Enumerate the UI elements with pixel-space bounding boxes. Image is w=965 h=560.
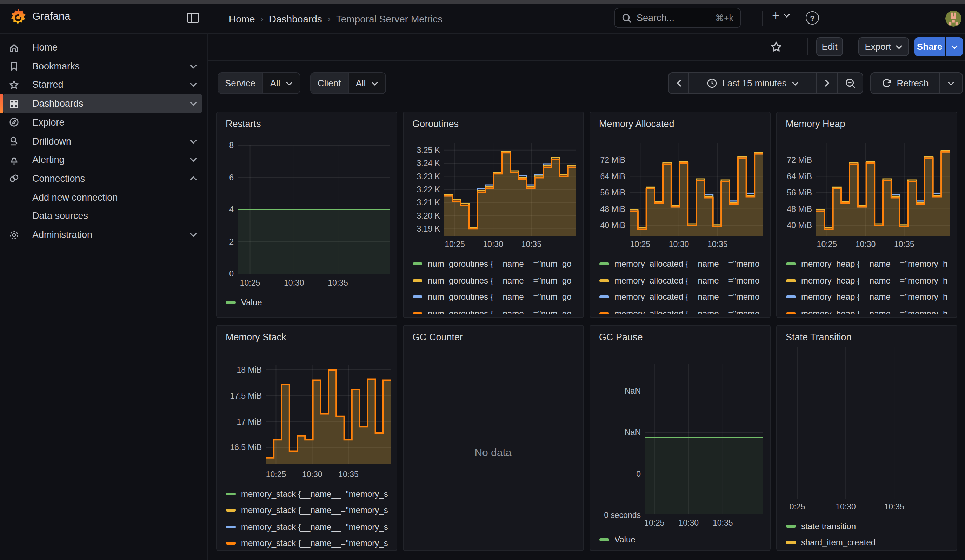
legend-item[interactable]: num_goroutines {__name__="num_go (412, 256, 579, 272)
panel-title[interactable]: Memory Allocated (599, 118, 674, 129)
time-forward-button[interactable] (816, 73, 837, 93)
panel-title[interactable]: GC Pause (599, 332, 643, 343)
svg-text:16.5 MiB: 16.5 MiB (229, 443, 262, 452)
legend-series-label[interactable]: Value (615, 535, 636, 545)
legend-series-label[interactable]: memory_heap {__name__="memory_h (801, 309, 947, 314)
avatar[interactable] (945, 11, 962, 27)
legend-series-label[interactable]: memory_stack {__name__="memory_s (241, 506, 388, 516)
legend-item[interactable]: memory_heap {__name__="memory_h (786, 272, 952, 289)
sidebar-item-dashboards[interactable]: Dashboards (0, 94, 207, 113)
legend-series-label[interactable]: memory_stack {__name__="memory_s (241, 489, 388, 499)
legend-series-label[interactable]: memory_allocated {__name__="memo (615, 259, 759, 269)
sidebar-item-starred[interactable]: Starred (0, 75, 207, 95)
sidebar-item-label: Explore (32, 117, 65, 128)
time-back-button[interactable] (669, 73, 689, 93)
panel-title[interactable]: State Transition (786, 332, 852, 343)
panel-title[interactable]: Restarts (226, 118, 261, 129)
sidebar-item-drilldown[interactable]: Drilldown (0, 132, 207, 150)
chart-plot-area[interactable]: NaNNaN00 seconds10:2510:3010:35 (590, 326, 770, 551)
breadcrumb-item[interactable]: Home (229, 13, 255, 24)
service-variable[interactable]: Service All (217, 72, 301, 94)
legend-item[interactable]: memory_allocated {__name__="memo (599, 289, 765, 305)
legend-series-label[interactable]: num_goroutines {__name__="num_go (428, 259, 572, 269)
legend-item[interactable]: memory_stack {__name__="memory_s (226, 486, 392, 502)
sidebar-item-label: Administration (32, 230, 92, 240)
legend-item[interactable]: shard_item_created (786, 534, 952, 551)
favorite-star-icon[interactable] (770, 41, 782, 53)
panel-title[interactable]: Goroutines (412, 118, 459, 129)
panel-title[interactable]: Memory Stack (226, 332, 286, 343)
sidebar-item-data-sources[interactable]: Data sources (0, 207, 207, 225)
client-variable[interactable]: Client All (310, 72, 386, 94)
time-range-picker[interactable]: Last 15 minutes (689, 73, 816, 93)
legend-item[interactable]: memory_allocated {__name__="memo (599, 272, 765, 289)
legend-series-label[interactable]: memory_heap {__name__="memory_h (801, 292, 947, 302)
legend-item[interactable]: memory_stack {__name__="memory_s (226, 535, 392, 551)
sidebar-item-alerting[interactable]: Alerting (0, 150, 207, 169)
legend-item[interactable]: memory_allocated {__name__="memo (599, 305, 765, 314)
legend-series-label[interactable]: shard_item_created (801, 538, 875, 548)
legend-series-label[interactable]: memory_stack {__name__="memory_s (241, 522, 388, 532)
svg-text:10:25: 10:25 (644, 518, 664, 527)
legend-item[interactable]: memory_allocated {__name__="memo (599, 256, 765, 272)
panel-title[interactable]: GC Counter (412, 332, 463, 343)
legend-series-label[interactable]: memory_allocated {__name__="memo (615, 309, 759, 314)
panel-mem-stack: Memory Stack18 MiB17.5 MiB17 MiB16.5 MiB… (216, 325, 397, 551)
mega-menu-toggle-icon[interactable] (187, 13, 199, 23)
legend-series-label[interactable]: num_goroutines {__name__="num_go (428, 309, 572, 314)
svg-text:2: 2 (229, 237, 233, 246)
legend-item[interactable]: memory_stack {__name__="memory_s (226, 519, 392, 535)
sidebar-item-connections[interactable]: Connections (0, 169, 207, 188)
sidebar-item-explore[interactable]: Explore (0, 113, 207, 132)
apps-icon (8, 98, 20, 109)
legend-item[interactable]: num_goroutines {__name__="num_go (412, 305, 579, 314)
sidebar-item-add-new-connection[interactable]: Add new connection (0, 188, 207, 207)
legend-series-label[interactable]: num_goroutines {__name__="num_go (428, 292, 572, 302)
help-icon[interactable]: ? (806, 11, 819, 24)
divider (762, 11, 763, 26)
share-dropdown-button[interactable] (946, 37, 963, 56)
window-top-strip (0, 0, 965, 4)
grafana-logo-icon[interactable] (10, 8, 27, 25)
legend-item[interactable]: memory_heap {__name__="memory_h (786, 289, 952, 305)
refresh-button[interactable]: Refresh (871, 73, 939, 93)
svg-text:56 MiB: 56 MiB (787, 188, 812, 197)
legend-series-label[interactable]: state transition (801, 521, 856, 531)
export-button[interactable]: Export (858, 37, 909, 56)
legend-series-label[interactable]: memory_stack {__name__="memory_s (241, 539, 388, 549)
chart-plot-area[interactable]: 0:2510:3010:35 (777, 326, 957, 551)
sidebar-item-administration[interactable]: Administration (0, 225, 207, 244)
legend-series-color (599, 538, 609, 541)
chart-plot-area[interactable]: 8642010:2510:3010:35 (216, 112, 397, 318)
legend-item[interactable]: num_goroutines {__name__="num_go (412, 272, 579, 289)
refresh-interval-button[interactable] (939, 73, 962, 93)
client-variable-value[interactable]: All (348, 73, 386, 93)
search-input[interactable]: Search... ⌘+k (614, 8, 741, 28)
share-button[interactable]: Share (914, 37, 945, 56)
legend-series-label[interactable]: memory_heap {__name__="memory_h (801, 276, 947, 286)
legend-series-label[interactable]: memory_heap {__name__="memory_h (801, 259, 947, 269)
zoom-out-button[interactable] (837, 73, 862, 93)
legend-item[interactable]: memory_stack {__name__="memory_s (226, 502, 392, 519)
divider (938, 11, 938, 26)
legend-item[interactable]: state transition (786, 518, 952, 534)
legend-item[interactable]: memory_heap {__name__="memory_h (786, 256, 952, 272)
legend-series-label[interactable]: Value (241, 298, 262, 308)
service-variable-value[interactable]: All (262, 73, 300, 93)
panel-title[interactable]: Memory Heap (786, 118, 846, 129)
legend-item[interactable]: Value (226, 294, 392, 311)
legend-series-label[interactable]: memory_allocated {__name__="memo (615, 276, 759, 286)
legend-item[interactable]: Value (599, 531, 765, 548)
legend-series-label[interactable]: memory_allocated {__name__="memo (615, 292, 759, 302)
breadcrumb-item[interactable]: Dashboards (269, 13, 322, 24)
edit-button[interactable]: Edit (816, 37, 843, 56)
legend-item[interactable]: memory_heap {__name__="memory_h (786, 305, 952, 314)
legend-series-label[interactable]: num_goroutines {__name__="num_go (428, 276, 572, 286)
bookmark-icon (8, 60, 20, 72)
sidebar-item-bookmarks[interactable]: Bookmarks (0, 57, 207, 75)
add-new-button[interactable]: + (772, 9, 790, 22)
legend-item[interactable]: num_goroutines {__name__="num_go (412, 289, 579, 305)
sidebar-item-home[interactable]: Home (0, 38, 207, 57)
svg-text:64 MiB: 64 MiB (600, 171, 625, 181)
panel-gc-pause: GC PauseNaNNaN00 seconds10:2510:3010:35V… (589, 325, 770, 551)
